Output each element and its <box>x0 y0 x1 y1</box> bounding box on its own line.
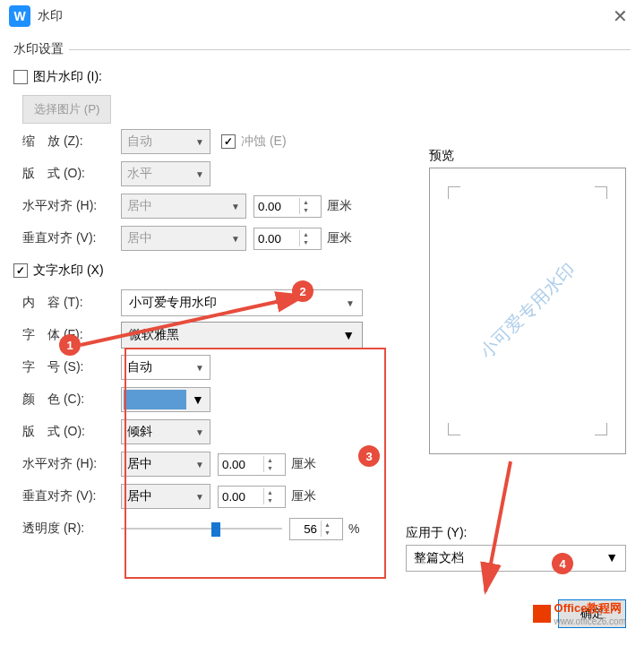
color-select[interactable]: ▼ <box>121 387 210 412</box>
img-halign-label: 水平对齐 (H): <box>13 198 121 214</box>
chevron-down-icon[interactable]: ▼ <box>342 328 355 342</box>
close-button[interactable]: ✕ <box>605 5 635 27</box>
img-layout-label: 版 式 (O): <box>13 166 121 182</box>
office-logo-icon <box>533 605 551 623</box>
img-halign-select: 居中 ▼ <box>121 194 246 219</box>
chevron-down-icon: ▼ <box>231 202 240 211</box>
chevron-down-icon[interactable]: ▼ <box>192 392 204 407</box>
apply-section: 应用于 (Y): 整篇文档 ▼ <box>406 525 626 572</box>
scale-select: 自动 ▼ <box>121 129 210 154</box>
unit-label: 厘米 <box>291 488 316 504</box>
annotation-badge-2: 2 <box>292 280 313 302</box>
washout-label: 冲蚀 (E) <box>241 134 287 150</box>
chevron-down-icon[interactable]: ▼ <box>195 492 204 502</box>
chevron-down-icon[interactable]: ▼ <box>195 363 204 373</box>
txt-layout-label: 版 式 (O): <box>13 424 121 440</box>
app-icon: W <box>9 5 30 27</box>
txt-halign-label: 水平对齐 (H): <box>13 456 121 472</box>
washout-checkbox <box>221 134 236 149</box>
font-select[interactable]: 微软雅黑 ▼ <box>121 322 363 349</box>
chevron-down-icon[interactable]: ▼ <box>605 550 618 566</box>
image-watermark-row: 图片水印 (I): <box>13 65 631 90</box>
window-title: 水印 <box>38 8 605 24</box>
txt-valign-label: 垂直对齐 (V): <box>13 488 121 504</box>
select-image-button: 选择图片 (P) <box>22 95 111 124</box>
divider <box>69 49 631 50</box>
image-watermark-label: 图片水印 (I): <box>33 69 102 85</box>
txt-valign-select[interactable]: 居中 ▼ <box>121 484 210 509</box>
preview-box: 小可爱专用水印 <box>429 168 626 454</box>
img-valign-label: 垂直对齐 (V): <box>13 230 121 246</box>
percent-label: % <box>348 521 359 536</box>
opacity-slider[interactable] <box>121 520 282 538</box>
branding-url: www.office26.com <box>554 616 626 626</box>
img-valign-offset: ▲▼ <box>253 228 322 250</box>
img-layout-select: 水平 ▼ <box>121 161 210 186</box>
opacity-label: 透明度 (R): <box>13 521 121 537</box>
color-label: 颜 色 (C): <box>13 392 121 408</box>
txt-halign-offset[interactable]: ▲▼ <box>218 453 286 476</box>
annotation-badge-4: 4 <box>552 553 573 574</box>
apply-select[interactable]: 整篇文档 ▼ <box>406 545 626 572</box>
chevron-down-icon[interactable]: ▼ <box>195 427 204 437</box>
annotation-badge-1: 1 <box>59 334 81 356</box>
chevron-down-icon: ▼ <box>195 169 204 179</box>
preview-label: 预览 <box>429 148 626 164</box>
section-title: 水印设置 <box>13 41 64 57</box>
unit-label: 厘米 <box>327 198 352 214</box>
chevron-down-icon: ▼ <box>231 234 240 244</box>
annotation-badge-3: 3 <box>358 445 380 467</box>
branding-watermark: Office教程网 www.office26.com <box>533 600 626 626</box>
title-bar: W 水印 ✕ <box>0 0 644 32</box>
size-label: 字 号 (S): <box>13 359 121 375</box>
content-label: 内 容 (T): <box>13 295 121 311</box>
img-valign-select: 居中 ▼ <box>121 226 246 251</box>
scale-label: 缩 放 (Z): <box>13 134 121 150</box>
opacity-value[interactable]: ▲▼ <box>289 518 343 540</box>
size-select[interactable]: 自动 ▼ <box>121 355 210 380</box>
chevron-down-icon: ▼ <box>195 137 204 147</box>
text-watermark-checkbox[interactable] <box>13 263 28 278</box>
txt-valign-offset[interactable]: ▲▼ <box>218 486 286 508</box>
img-halign-offset: ▲▼ <box>253 195 322 218</box>
branding-name: Office教程网 <box>554 600 626 616</box>
preview-panel: 预览 小可爱专用水印 <box>429 148 626 454</box>
preview-watermark-text: 小可爱专用水印 <box>475 258 580 364</box>
image-watermark-checkbox[interactable] <box>13 70 28 84</box>
unit-label: 厘米 <box>327 230 352 246</box>
txt-halign-select[interactable]: 居中 ▼ <box>121 452 210 477</box>
unit-label: 厘米 <box>291 456 316 472</box>
apply-label: 应用于 (Y): <box>406 525 626 541</box>
chevron-down-icon[interactable]: ▼ <box>346 298 355 308</box>
text-watermark-label: 文字水印 (X) <box>33 263 104 279</box>
chevron-down-icon[interactable]: ▼ <box>195 460 204 469</box>
content-input[interactable]: 小可爱专用水印 ▼ <box>121 289 363 316</box>
color-swatch <box>124 390 186 409</box>
txt-layout-select[interactable]: 倾斜 ▼ <box>121 419 210 444</box>
